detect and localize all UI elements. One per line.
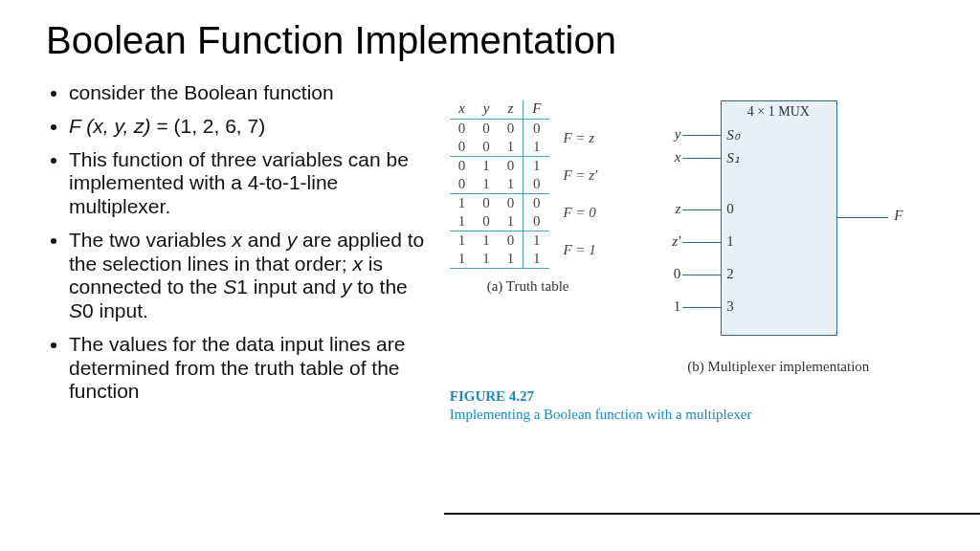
bullet-3: This function of three variables can be … [69,148,427,219]
truth-table: x y z F 0000F = z 0011 0101F = z′ 0110 1… [450,100,607,295]
figure-caption: FIGURE 4.27 Implementing a Boolean funct… [450,388,934,423]
mux-diagram-block: 4 × 1 MUX y S₀ x S₁ z 0 [654,100,902,375]
bullet-4: The two variables x and y are applied to… [69,229,427,323]
bullet-5: The values for the data input lines are … [69,333,427,404]
truth-table-caption: (a) Truth table [450,278,607,295]
bullet-2: F (x, y, z) = (1, 2, 6, 7) [69,115,427,139]
slide-title: Boolean Function Implementation [46,19,934,62]
mux-caption: (b) Multiplexer implementation [654,359,902,375]
bullet-1: consider the Boolean function [69,81,427,105]
mux-diagram: 4 × 1 MUX y S₀ x S₁ z 0 [654,100,902,349]
bullet-list: consider the Boolean function F (x, y, z… [46,81,427,423]
bottom-rule [444,513,980,515]
